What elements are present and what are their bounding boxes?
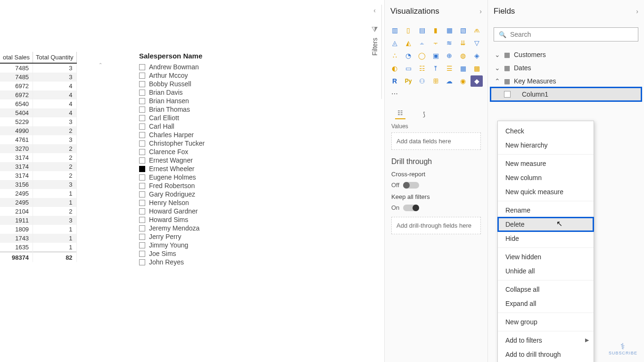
drill-through-drop-well[interactable]: Add drill-through fields here xyxy=(391,217,481,234)
slicer-checkbox[interactable] xyxy=(139,208,145,214)
table-icon[interactable]: ▦ xyxy=(457,63,469,74)
context-menu-item[interactable]: New group xyxy=(498,315,594,329)
table-row[interactable]: 32702 xyxy=(0,144,76,153)
slicer-item[interactable]: Jerry Perry xyxy=(139,232,262,241)
filters-pane-collapsed[interactable]: ‹ ⧩ Filters xyxy=(368,5,382,99)
slicer-item[interactable]: Howard Sims xyxy=(139,215,262,224)
multi-row-card-icon[interactable]: ☷ xyxy=(416,63,428,74)
gauge-icon[interactable]: ◐ xyxy=(388,63,401,74)
slicer-item[interactable]: Christopher Tucker xyxy=(139,139,262,148)
context-menu-item[interactable]: Collapse all xyxy=(498,282,594,296)
table-row[interactable]: 49902 xyxy=(0,126,76,135)
r-visual-icon[interactable]: R xyxy=(388,75,401,87)
slicer-visual[interactable]: Salesperson Name Andrew BowmanArthur Mcc… xyxy=(139,52,262,266)
slicer-checkbox[interactable] xyxy=(139,259,145,265)
context-menu-item[interactable]: New quick measure xyxy=(498,185,594,199)
map-icon[interactable]: ⊕ xyxy=(443,50,455,61)
context-menu-item[interactable]: Expand all xyxy=(498,296,594,311)
table-row[interactable]: 24951 xyxy=(0,189,76,198)
slicer-checkbox[interactable] xyxy=(139,123,145,130)
table-scroll-up-icon[interactable]: ⌃ xyxy=(99,62,102,67)
viz-collapse-icon[interactable]: › xyxy=(479,8,482,15)
table-row[interactable]: 52293 xyxy=(0,117,76,126)
table-row[interactable]: 31742 xyxy=(0,162,76,171)
slicer-checkbox[interactable] xyxy=(139,90,145,96)
field-checkbox[interactable] xyxy=(504,91,511,98)
slicer-item[interactable]: Jimmy Young xyxy=(139,241,262,249)
clustered-bar-icon[interactable]: ▤ xyxy=(416,25,428,36)
slicer-checkbox[interactable] xyxy=(139,183,145,189)
table-row[interactable]: 54044 xyxy=(0,108,76,117)
fields-collapse-icon[interactable]: › xyxy=(636,8,638,15)
slicer-checkbox[interactable] xyxy=(139,73,145,79)
slicer-checkbox[interactable] xyxy=(139,115,145,121)
100-stacked-column-icon[interactable]: ▧ xyxy=(457,25,469,36)
100-stacked-bar-icon[interactable]: ▦ xyxy=(443,25,455,36)
powerapps-visual-icon[interactable]: ◆ xyxy=(471,75,483,87)
decomp-tree-icon[interactable]: ꕥ xyxy=(429,75,442,87)
waterfall-icon[interactable]: ⇊ xyxy=(457,37,469,49)
context-menu-item[interactable]: Add to filters▶ xyxy=(498,333,594,347)
slicer-item[interactable]: Carl Elliott xyxy=(139,114,262,122)
context-menu-item[interactable]: Unhide all xyxy=(498,264,594,278)
slicer-checkbox[interactable] xyxy=(139,157,145,164)
slicer-item[interactable]: John Reyes xyxy=(139,258,262,266)
caret-icon[interactable]: ⌄ xyxy=(495,51,500,58)
field-table[interactable]: ⌄▦Dates xyxy=(491,61,641,74)
slicer-checkbox[interactable] xyxy=(139,64,145,70)
caret-icon[interactable]: ⌄ xyxy=(495,64,500,72)
ribbon-chart-icon[interactable]: ≋ xyxy=(443,37,455,49)
slicer-item[interactable]: Ernest Wagner xyxy=(139,156,262,165)
kpi-icon[interactable]: ⤒ xyxy=(429,63,442,74)
more-visuals-icon[interactable]: ⋯ xyxy=(388,88,401,99)
slicer-checkbox[interactable] xyxy=(139,234,145,240)
pie-chart-icon[interactable]: ◔ xyxy=(402,50,414,61)
table-row[interactable]: 17431 xyxy=(0,234,76,243)
slicer-item[interactable]: Eugene Holmes xyxy=(139,173,262,181)
slicer-checkbox[interactable] xyxy=(139,107,145,113)
slicer-item[interactable]: Andrew Bowman xyxy=(139,63,262,71)
area-chart-icon[interactable]: ◬ xyxy=(388,37,401,49)
slicer-icon[interactable]: ☰ xyxy=(443,63,455,74)
caret-icon[interactable]: ⌃ xyxy=(495,77,500,85)
slicer-item[interactable]: Carl Hall xyxy=(139,122,262,131)
table-row[interactable]: 31742 xyxy=(0,153,76,162)
slicer-checkbox[interactable] xyxy=(139,251,145,257)
slicer-item[interactable]: Brian Thomas xyxy=(139,105,262,114)
table-row[interactable]: 18091 xyxy=(0,225,76,234)
table-visual[interactable]: otal Sales Total Quantity 74853748536972… xyxy=(0,52,97,262)
table-row[interactable]: 31742 xyxy=(0,171,76,180)
context-menu-item[interactable]: New column xyxy=(498,171,594,185)
table-row[interactable]: 19113 xyxy=(0,216,76,225)
slicer-checkbox[interactable] xyxy=(139,140,145,147)
col-total-quantity[interactable]: Total Quantity xyxy=(33,52,77,63)
slicer-item[interactable]: Gary Rodriguez xyxy=(139,190,262,198)
table-row[interactable]: 74853 xyxy=(0,73,76,82)
slicer-item[interactable]: Arthur Mccoy xyxy=(139,71,262,80)
context-menu-item[interactable]: Delete xyxy=(498,217,594,231)
table-row[interactable]: 69724 xyxy=(0,90,76,99)
field-table[interactable]: ⌄▦Customers xyxy=(491,48,641,61)
slicer-checkbox[interactable] xyxy=(139,149,145,155)
line-chart-icon[interactable]: ⩕ xyxy=(471,25,483,36)
slicer-checkbox[interactable] xyxy=(139,217,145,223)
format-tab-icon[interactable]: ⟆ xyxy=(419,109,429,119)
funnel-icon[interactable]: ▽ xyxy=(471,37,483,49)
fields-well-tab-icon[interactable]: ☷ xyxy=(395,109,405,119)
table-row[interactable]: 16351 xyxy=(0,243,76,252)
slicer-checkbox[interactable] xyxy=(139,166,145,172)
table-row[interactable]: 31563 xyxy=(0,180,76,189)
slicer-item[interactable]: Charles Harper xyxy=(139,131,262,139)
scatter-icon[interactable]: ∴ xyxy=(388,50,401,61)
context-menu-item[interactable]: Rename xyxy=(498,203,594,217)
context-menu-item[interactable]: Check xyxy=(498,124,594,138)
slicer-item[interactable]: Jeremy Mendoza xyxy=(139,224,262,232)
shape-map-icon[interactable]: ◈ xyxy=(471,50,483,61)
keep-filters-toggle[interactable] xyxy=(403,205,419,211)
slicer-item[interactable]: Bobby Russell xyxy=(139,80,262,88)
card-icon[interactable]: ▭ xyxy=(402,63,414,74)
slicer-item[interactable]: Ernest Wheeler xyxy=(139,165,262,173)
table-row[interactable]: 47613 xyxy=(0,135,76,144)
line-clustered-col-icon[interactable]: ⫟ xyxy=(429,37,442,49)
line-stacked-col-icon[interactable]: ⫠ xyxy=(416,37,428,49)
